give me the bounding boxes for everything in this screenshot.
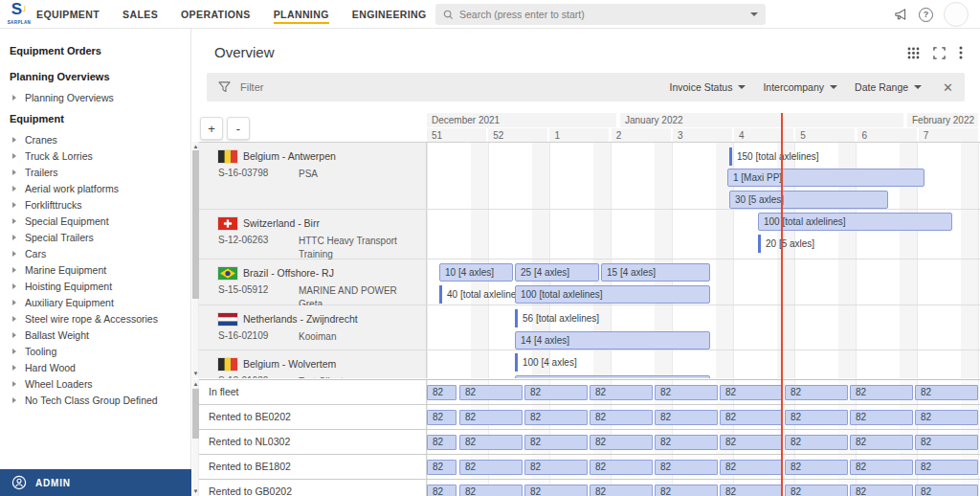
help-icon[interactable]: ? bbox=[919, 8, 933, 22]
nav-item-planning[interactable]: PLANNING bbox=[274, 0, 329, 29]
summary-cell[interactable]: 82 bbox=[427, 385, 457, 400]
sidebar-item-trailers[interactable]: Trailers bbox=[10, 164, 183, 180]
summary-cell[interactable]: 82 bbox=[459, 385, 523, 400]
sidebar-item-special-trailers[interactable]: Special Trailers bbox=[10, 229, 183, 245]
summary-cell[interactable]: 82 bbox=[785, 410, 848, 425]
gantt-bar[interactable] bbox=[515, 375, 710, 378]
row-label-panel[interactable]: Belgium - WolvertemS-13-01680Test Client bbox=[199, 350, 427, 378]
sidebar-item-planning-overviews[interactable]: Planning Overviews bbox=[10, 89, 183, 105]
search-caret-icon[interactable] bbox=[750, 12, 758, 16]
sarplan-logo[interactable]: S┘ SARPLAN bbox=[5, 1, 33, 28]
clear-filter-button[interactable]: ✕ bbox=[943, 80, 953, 95]
summary-cell[interactable]: 82 bbox=[427, 410, 457, 425]
summary-cell[interactable]: 82 bbox=[850, 385, 913, 400]
scrollbar-thumb[interactable] bbox=[192, 150, 199, 299]
summary-cell[interactable]: 82 bbox=[524, 485, 588, 496]
summary-cell[interactable]: 82 bbox=[850, 460, 913, 475]
gantt-bar[interactable]: 25 [4 axles] bbox=[515, 263, 599, 282]
sidebar-item-hoisting-equipment[interactable]: Hoisting Equipment bbox=[10, 278, 183, 294]
summary-cell[interactable]: 82 bbox=[590, 460, 653, 475]
gantt-bar-milestone[interactable]: 20 [5 axles] bbox=[758, 235, 814, 253]
filter-label[interactable]: Filter bbox=[240, 81, 263, 93]
grid-view-icon[interactable] bbox=[907, 47, 920, 59]
sidebar-item-special-equipment[interactable]: Special Equipment bbox=[10, 213, 183, 229]
summary-cell[interactable]: 82 bbox=[915, 460, 978, 475]
sidebar-item-auxiliary-equipment[interactable]: Auxiliary Equipment bbox=[10, 294, 183, 310]
intercompany-dropdown[interactable]: Intercompany bbox=[763, 81, 837, 93]
row-label-panel[interactable]: Brazil - Offshore- RJS-15-05912MARINE AN… bbox=[199, 259, 427, 304]
invoice-status-dropdown[interactable]: Invoice Status bbox=[669, 81, 746, 93]
nav-item-sales[interactable]: SALES bbox=[122, 0, 158, 29]
summary-cell[interactable]: 82 bbox=[720, 485, 783, 496]
rows-scrollbar[interactable]: ▲ ▼ bbox=[192, 142, 199, 378]
sidebar-item-hard-wood[interactable]: Hard Wood bbox=[10, 359, 183, 375]
summary-cell[interactable]: 82 bbox=[720, 460, 783, 475]
sidebar-item-wheel-loaders[interactable]: Wheel Loaders bbox=[10, 375, 183, 392]
sidebar-item-ballast-weight[interactable]: Ballast Weight bbox=[10, 327, 183, 343]
sidebar-item-tooling[interactable]: Tooling bbox=[10, 343, 183, 359]
summary-cell[interactable]: 82 bbox=[655, 460, 718, 475]
summary-cell[interactable]: 82 bbox=[785, 485, 848, 496]
summary-cell[interactable]: 82 bbox=[427, 460, 457, 475]
summary-scrollbar[interactable]: ▲ ▼ bbox=[192, 379, 199, 496]
admin-bar[interactable]: ADMIN bbox=[0, 469, 191, 496]
summary-cell[interactable]: 82 bbox=[655, 410, 718, 425]
summary-cell[interactable]: 82 bbox=[850, 410, 913, 425]
gantt-bar[interactable]: 30 [5 axles] bbox=[729, 191, 888, 209]
summary-cell[interactable]: 82 bbox=[459, 435, 523, 450]
sidebar-item-cranes[interactable]: Cranes bbox=[10, 131, 183, 147]
scroll-up-icon[interactable]: ▲ bbox=[192, 380, 199, 388]
summary-cell[interactable]: 82 bbox=[720, 410, 783, 425]
date-range-dropdown[interactable]: Date Range bbox=[855, 81, 922, 93]
summary-cell[interactable]: 82 bbox=[427, 435, 457, 450]
filter-icon[interactable] bbox=[218, 81, 231, 93]
zoom-out-button[interactable]: - bbox=[227, 117, 250, 140]
summary-cell[interactable]: 82 bbox=[655, 485, 718, 496]
summary-cell[interactable]: 82 bbox=[524, 410, 588, 425]
sidebar-item-truck-lorries[interactable]: Truck & Lorries bbox=[10, 147, 183, 164]
summary-cell[interactable]: 82 bbox=[850, 435, 913, 450]
summary-cell[interactable]: 82 bbox=[785, 435, 848, 450]
summary-cell[interactable]: 82 bbox=[459, 460, 523, 475]
summary-cell[interactable]: 82 bbox=[655, 435, 718, 450]
sidebar-item-no-tech-class-group-defined[interactable]: No Tech Class Group Defined bbox=[10, 392, 183, 408]
fullscreen-icon[interactable] bbox=[933, 47, 946, 59]
gantt-bar-milestone[interactable]: 56 [total axlelines] bbox=[515, 309, 599, 327]
summary-cell[interactable]: 82 bbox=[915, 485, 978, 496]
row-label-panel[interactable]: Belgium - AntwerpenS-16-03798PSA bbox=[199, 143, 427, 209]
avatar[interactable] bbox=[944, 2, 969, 27]
summary-cell[interactable]: 82 bbox=[850, 485, 913, 496]
summary-cell[interactable]: 82 bbox=[427, 485, 457, 496]
sidebar-item-forklifttrucks[interactable]: Forklifttrucks bbox=[10, 196, 183, 213]
summary-cell[interactable]: 82 bbox=[590, 485, 653, 496]
zoom-in-button[interactable]: + bbox=[200, 117, 223, 140]
summary-cell[interactable]: 82 bbox=[785, 385, 848, 400]
scroll-up-icon[interactable]: ▲ bbox=[192, 143, 199, 150]
gantt-bar-milestone[interactable]: 100 [4 axles] bbox=[515, 353, 577, 372]
scrollbar-thumb[interactable] bbox=[192, 389, 199, 439]
gantt-bar-milestone[interactable]: 150 [total axlelines] bbox=[729, 147, 819, 166]
scroll-down-icon[interactable]: ▼ bbox=[192, 487, 199, 495]
summary-cell[interactable]: 82 bbox=[720, 435, 783, 450]
summary-cell[interactable]: 82 bbox=[459, 410, 523, 425]
sidebar-item-cars[interactable]: Cars bbox=[10, 245, 183, 261]
gantt-bar[interactable]: 100 [total axlelines] bbox=[515, 285, 710, 304]
summary-cell[interactable]: 82 bbox=[720, 385, 783, 400]
search-input[interactable] bbox=[459, 9, 750, 20]
nav-item-operations[interactable]: OPERATIONS bbox=[181, 0, 251, 29]
summary-cell[interactable]: 82 bbox=[459, 485, 523, 496]
gantt-bar[interactable]: 14 [4 axles] bbox=[515, 331, 710, 349]
summary-cell[interactable]: 82 bbox=[915, 410, 978, 425]
summary-cell[interactable]: 82 bbox=[524, 385, 588, 400]
global-search[interactable] bbox=[435, 4, 766, 25]
summary-cell[interactable]: 82 bbox=[915, 385, 978, 400]
summary-cell[interactable]: 82 bbox=[915, 435, 978, 450]
summary-cell[interactable]: 82 bbox=[655, 385, 718, 400]
row-label-panel[interactable]: Netherlands - ZwijndrechtS-16-02109Kooim… bbox=[199, 305, 427, 349]
sidebar-item-steel-wire-rope-accessories[interactable]: Steel wire rope & Accessories bbox=[10, 310, 183, 327]
summary-cell[interactable]: 82 bbox=[590, 410, 653, 425]
scroll-down-icon[interactable]: ▼ bbox=[192, 370, 199, 377]
summary-cell[interactable]: 82 bbox=[590, 385, 653, 400]
nav-item-equipment[interactable]: EQUIPMENT bbox=[36, 0, 100, 29]
gantt-bar[interactable]: 10 [4 axles] bbox=[439, 263, 513, 282]
